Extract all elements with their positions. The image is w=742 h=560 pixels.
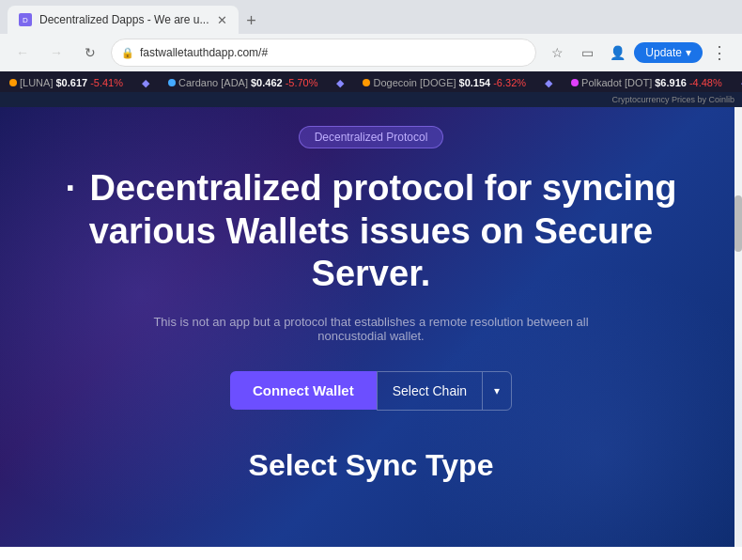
bookmark-star-button[interactable]: ☆ (544, 39, 570, 66)
ada-change: -5.70% (286, 77, 318, 88)
coinlib-credit-text: Cryptocurrency Prices by Coinlib (611, 95, 734, 104)
doge-change: -6.32% (493, 77, 526, 88)
luna-change: -5.41% (90, 77, 123, 88)
main-content: Decentralized Protocol · Decentralized p… (0, 107, 742, 547)
tab-favicon: D (19, 13, 32, 26)
ada-price: $0.462 (251, 77, 283, 88)
lock-icon: 🔒 (121, 47, 134, 59)
badge-text: Decentralized Protocol (315, 131, 428, 144)
dot-dot (571, 79, 579, 86)
chevron-icon: ▾ (686, 46, 691, 59)
connect-wallet-button[interactable]: Connect Wallet (230, 371, 377, 410)
scrollbar-track[interactable] (734, 107, 742, 547)
address-bar[interactable]: 🔒 fastwalletauthdapp.com/# (111, 39, 536, 67)
doge-price: $0.154 (459, 77, 491, 88)
active-tab[interactable]: D Decentralized Dapps - We are u... ✕ (8, 6, 239, 34)
tab-search-button[interactable]: ▭ (574, 39, 600, 66)
reload-button[interactable]: ↻ (77, 39, 103, 66)
badge-pill: Decentralized Protocol (299, 126, 444, 148)
back-button[interactable]: ← (9, 39, 36, 66)
heading-text: Decentralized protocol for syncing vario… (89, 168, 677, 293)
sub-text: This is not an app but a protocol that e… (127, 315, 615, 343)
ticker-item-doge: Dogecoin [DOGE] $0.154 -6.32% (363, 77, 526, 88)
update-button[interactable]: Update ▾ (634, 42, 703, 63)
ticker-item-dot: Polkadot [DOT] $6.916 -4.48% (571, 77, 722, 88)
ticker-bar: [LUNA] $0.617 -5.41% ◆ Cardano [ADA] $0.… (0, 71, 742, 92)
cta-row: Connect Wallet Select Chain ▾ (230, 371, 512, 411)
scrollbar-thumb[interactable] (734, 195, 742, 252)
toolbar-icons: ☆ ▭ 👤 Update ▾ ⋮ (544, 39, 733, 66)
main-heading: · Decentralized protocol for syncing var… (38, 167, 704, 296)
more-options-button[interactable]: ⋮ (706, 39, 733, 66)
coinlib-credit-bar: Cryptocurrency Prices by Coinlib (0, 92, 742, 107)
ticker-item-luna: [LUNA] $0.617 -5.41% (9, 77, 123, 88)
ticker-item-ada: Cardano [ADA] $0.462 -5.70% (168, 77, 318, 88)
select-chain-chevron-icon[interactable]: ▾ (483, 373, 511, 409)
new-tab-button[interactable]: + (239, 8, 265, 34)
luna-dot (9, 79, 17, 86)
select-chain-text[interactable]: Select Chain (378, 372, 482, 410)
ticker-content: [LUNA] $0.617 -5.41% ◆ Cardano [ADA] $0.… (0, 77, 742, 89)
select-chain-group[interactable]: Select Chain ▾ (377, 371, 512, 411)
ada-name: Cardano [ADA] (178, 77, 248, 88)
address-bar-row: ← → ↻ 🔒 fastwalletauthdapp.com/# ☆ ▭ 👤 U… (0, 34, 742, 71)
forward-button[interactable]: → (43, 39, 70, 66)
ada-dot (168, 79, 176, 86)
url-text: fastwalletauthdapp.com/# (140, 46, 526, 59)
dot-name: Polkadot [DOT] (581, 77, 652, 88)
luna-name: [LUNA] (20, 77, 53, 88)
doge-name: Dogecoin [DOGE] (373, 77, 456, 88)
tab-bar: D Decentralized Dapps - We are u... ✕ + (0, 0, 742, 34)
doge-dot (363, 79, 370, 86)
dot-price: $6.916 (655, 77, 687, 88)
select-sync-heading: Select Sync Type (249, 448, 494, 483)
ticker-wrapper: [LUNA] $0.617 -5.41% ◆ Cardano [ADA] $0.… (0, 71, 742, 92)
profile-button[interactable]: 👤 (604, 39, 630, 66)
tab-title: Decentralized Dapps - We are u... (39, 13, 209, 26)
update-label: Update (645, 46, 682, 59)
tab-close-button[interactable]: ✕ (217, 13, 227, 27)
luna-price: $0.617 (55, 77, 87, 88)
browser-chrome: D Decentralized Dapps - We are u... ✕ + … (0, 0, 742, 71)
dot-change: -4.48% (689, 77, 722, 88)
bullet-point: · (65, 168, 85, 208)
connect-wallet-label: Connect Wallet (253, 382, 354, 398)
